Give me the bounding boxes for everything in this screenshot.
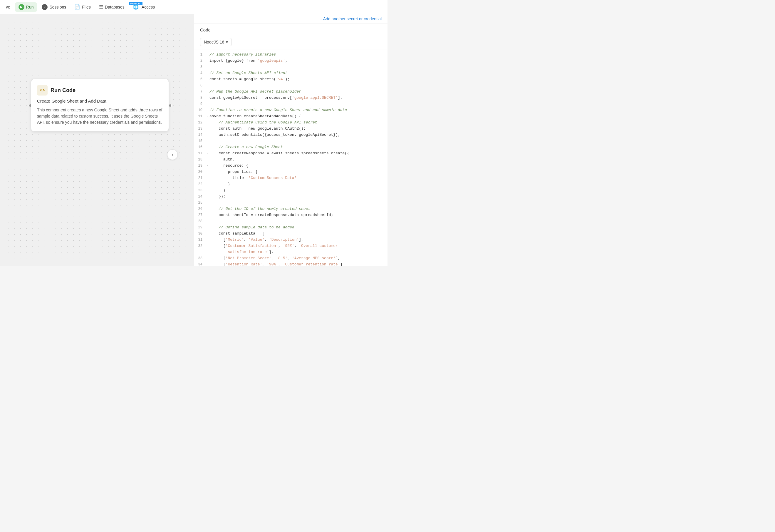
canvas-background	[0, 14, 194, 266]
nav-files-label: Files	[82, 5, 91, 9]
files-icon: 📄	[74, 4, 80, 10]
code-line: 3	[194, 64, 388, 70]
add-secret-link[interactable]: + Add another secret or credential	[319, 16, 381, 21]
nav-btn-ve[interactable]: ve	[2, 3, 14, 11]
code-line: 24 });	[194, 194, 388, 200]
code-line: 31 ['Metric', 'Value', 'Description'],	[194, 237, 388, 243]
nav-btn-access[interactable]: PUBLIC 🌐 Access	[129, 2, 158, 11]
code-line: 20 - properties: {	[194, 169, 388, 175]
lang-selector[interactable]: NodeJS 16 ▾	[200, 38, 232, 46]
card-title: Run Code	[51, 87, 75, 93]
lang-selector-wrap: NodeJS 16 ▾	[194, 35, 388, 49]
code-line: 26 // Get the ID of the newly created sh…	[194, 206, 388, 212]
code-line: 30 const sampleData = [	[194, 231, 388, 237]
code-panel: + Add another secret or credential Code …	[194, 14, 388, 266]
code-line: 32 ['Customer Satisfaction', '95%', 'Ove…	[194, 243, 388, 249]
code-line: 8 const googleApiSecret = process.env['g…	[194, 95, 388, 101]
code-line: 27 const sheetId = createResponse.data.s…	[194, 212, 388, 218]
main-content: <> Run Code Create Google Sheet and Add …	[0, 14, 388, 266]
code-line: 22 }	[194, 181, 388, 187]
code-line: 5 const sheets = google.sheets('v4');	[194, 76, 388, 83]
code-line: 2 import {google} from 'googleapis';	[194, 58, 388, 64]
lang-dropdown-icon: ▾	[226, 40, 228, 44]
code-brackets-icon: <>	[40, 88, 45, 93]
code-line: 21 title: 'Custom Success Data'	[194, 175, 388, 181]
code-line: 34 ['Retention Rate', '90%', 'Customer r…	[194, 261, 388, 266]
code-line: 33 ['Net Promoter Score', '8.5', 'Averag…	[194, 255, 388, 261]
code-line: 25	[194, 200, 388, 206]
code-line: 15	[194, 138, 388, 144]
code-line: satisfaction rate'],	[194, 249, 388, 255]
public-badge: PUBLIC	[129, 2, 143, 5]
run-icon: ▶	[19, 4, 24, 10]
lang-label: NodeJS 16	[204, 40, 224, 44]
canvas-area: <> Run Code Create Google Sheet and Add …	[0, 14, 194, 266]
code-line: 9	[194, 101, 388, 107]
expand-button[interactable]: ›	[167, 149, 178, 160]
code-line: 23 }	[194, 187, 388, 194]
code-line: 17 - const createResponse = await sheets…	[194, 150, 388, 157]
code-line: 7 // Map the Google API secret placehold…	[194, 89, 388, 95]
code-line: 10 // Function to create a new Google Sh…	[194, 107, 388, 113]
code-line: 4 // Set up Google Sheets API client	[194, 70, 388, 76]
code-line: 28	[194, 218, 388, 224]
nav-run-label: Run	[26, 5, 34, 9]
code-line: 29 // Define sample data to be added	[194, 224, 388, 231]
code-line: 11 - async function createSheetAndAddDat…	[194, 113, 388, 120]
chevron-right-icon: ›	[172, 152, 173, 157]
nav-sessions-label: Sessions	[49, 5, 66, 9]
nav-btn-databases[interactable]: ☰ Databases	[95, 2, 128, 11]
run-code-card: <> Run Code Create Google Sheet and Add …	[31, 79, 169, 132]
nav-access-label: Access	[142, 5, 155, 9]
nav-ve-label: ve	[6, 5, 10, 9]
sessions-icon: ✓	[42, 4, 48, 10]
access-with-badge: PUBLIC 🌐	[133, 4, 139, 10]
code-line: 13 const auth = new google.auth.OAuth2()…	[194, 126, 388, 132]
card-description: This component creates a new Google Shee…	[37, 107, 163, 125]
top-navigation: ve ▶ Run ✓ Sessions 📄 Files ☰ Databases …	[0, 0, 388, 14]
card-header: <> Run Code	[37, 85, 163, 95]
nav-databases-label: Databases	[105, 5, 125, 9]
nav-btn-run[interactable]: ▶ Run	[15, 2, 37, 12]
code-line: 1 // Import necessary libraries	[194, 52, 388, 58]
code-line: 18 auth,	[194, 157, 388, 163]
card-subtitle: Create Google Sheet and Add Data	[37, 98, 163, 103]
code-line: 19 - resource: {	[194, 163, 388, 169]
code-section-title: Code	[194, 24, 388, 35]
code-editor[interactable]: 1 // Import necessary libraries 2 import…	[194, 49, 388, 266]
nav-btn-sessions[interactable]: ✓ Sessions	[38, 2, 70, 12]
code-line: 6	[194, 83, 388, 89]
code-line: 16 // Create a new Google Sheet	[194, 144, 388, 150]
card-icon: <>	[37, 85, 48, 95]
code-line: 12 // Authenticate using the Google API …	[194, 120, 388, 126]
databases-icon: ☰	[99, 4, 103, 10]
code-line: 14 auth.setCredentials({access_token: go…	[194, 132, 388, 138]
code-panel-header: + Add another secret or credential	[194, 14, 388, 24]
nav-btn-files[interactable]: 📄 Files	[71, 2, 94, 11]
